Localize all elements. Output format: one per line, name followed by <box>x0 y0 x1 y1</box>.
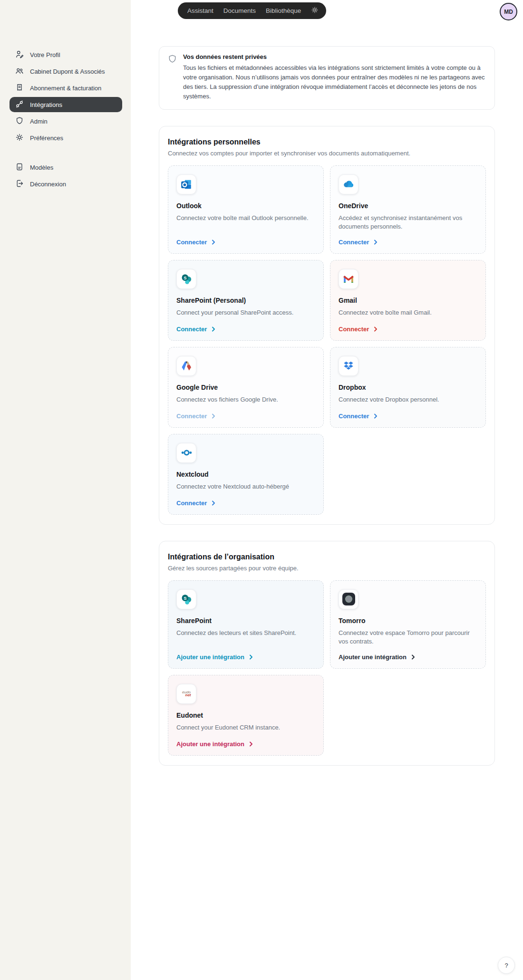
connect-link[interactable]: Connecter <box>339 239 477 246</box>
sidebar-item-label: Modèles <box>30 164 53 171</box>
card-sharepoint-org[interactable]: S SharePoint Connectez des lecteurs et s… <box>168 580 324 669</box>
section-personal-integrations: Intégrations personnelles Connectez vos … <box>159 126 495 525</box>
connect-link[interactable]: Connecter <box>176 413 315 420</box>
top-navigation-pill: Assistant Documents Bibliothèque <box>178 2 326 19</box>
logout-icon <box>15 179 24 189</box>
card-description: Connectez votre boîte mail Outlook perso… <box>176 214 315 223</box>
card-gmail[interactable]: Gmail Connectez votre boîte mail Gmail. … <box>330 260 486 341</box>
connect-link[interactable]: Connecter <box>176 326 315 333</box>
plug-icon <box>15 100 24 110</box>
card-description: Connect your personal SharePoint access. <box>176 308 315 317</box>
google-drive-icon <box>176 356 196 376</box>
personal-cards-grid: Outlook Connectez votre boîte mail Outlo… <box>168 165 486 515</box>
card-description: Connectez votre espace Tomorro pour parc… <box>339 629 477 647</box>
card-title: Nextcloud <box>176 471 315 478</box>
settings-gear-icon[interactable] <box>311 6 319 15</box>
chevron-right-icon <box>212 240 216 245</box>
sharepoint-icon: S <box>176 589 196 609</box>
card-description: Connectez des lecteurs et sites SharePoi… <box>176 629 315 638</box>
sidebar-item-cabinet[interactable]: Cabinet Dupont & Associés <box>10 64 122 79</box>
chevron-right-icon <box>374 240 378 245</box>
sidebar-item-preferences[interactable]: Préférences <box>10 130 122 145</box>
privacy-banner: Vos données restent privées Tous les fic… <box>159 46 495 110</box>
chevron-right-icon <box>249 654 253 660</box>
card-sharepoint-personal[interactable]: S SharePoint (Personal) Connect your per… <box>168 260 324 341</box>
card-description: Accédez et synchronisez instantanément v… <box>339 214 477 232</box>
sidebar-item-label: Préférences <box>30 135 63 142</box>
sidebar-item-label: Cabinet Dupont & Associés <box>30 68 105 75</box>
sidebar-item-integrations[interactable]: Intégrations <box>10 97 122 112</box>
add-integration-link[interactable]: Ajouter une intégration <box>176 653 315 661</box>
card-title: Eudonet <box>176 711 315 719</box>
users-icon <box>15 67 24 77</box>
tab-assistant[interactable]: Assistant <box>187 7 213 14</box>
tab-documents[interactable]: Documents <box>223 7 256 14</box>
sidebar-item-billing[interactable]: Abonnement & facturation <box>10 80 122 96</box>
sidebar: Votre Profil Cabinet Dupont & Associés A… <box>0 0 131 980</box>
gear-icon <box>15 133 24 143</box>
sidebar-item-label: Déconnexion <box>30 181 66 188</box>
card-title: Dropbox <box>339 384 477 391</box>
card-nextcloud[interactable]: Nextcloud Connectez votre Nextcloud auto… <box>168 434 324 515</box>
card-outlook[interactable]: Outlook Connectez votre boîte mail Outlo… <box>168 165 324 254</box>
sidebar-item-admin[interactable]: Admin <box>10 114 122 129</box>
card-title: Tomorro <box>339 617 477 625</box>
card-description: Connectez votre Nextcloud auto-hébergé <box>176 482 315 491</box>
eudonet-icon: eudonet <box>176 684 196 704</box>
onedrive-icon <box>339 174 358 194</box>
card-title: Google Drive <box>176 384 315 391</box>
chevron-right-icon <box>411 654 416 660</box>
sidebar-nav: Votre Profil Cabinet Dupont & Associés A… <box>0 0 131 192</box>
svg-text:S: S <box>184 596 186 600</box>
user-avatar[interactable]: MD <box>500 3 517 20</box>
sidebar-gap <box>0 147 131 158</box>
card-title: SharePoint (Personal) <box>176 297 315 304</box>
chevron-right-icon <box>212 327 216 332</box>
connect-link[interactable]: Connecter <box>339 326 477 333</box>
sidebar-item-label: Abonnement & facturation <box>30 85 101 92</box>
sidebar-item-models[interactable]: Modèles <box>10 160 122 175</box>
document-icon <box>15 163 24 173</box>
svg-text:S: S <box>184 275 186 280</box>
sidebar-item-label: Votre Profil <box>30 51 60 58</box>
sharepoint-icon: S <box>176 269 196 289</box>
add-integration-link[interactable]: Ajouter une intégration <box>339 653 477 661</box>
sidebar-item-label: Intégrations <box>30 101 62 108</box>
help-button[interactable]: ? <box>498 957 515 974</box>
privacy-body: Tous les fichiers et métadonnées accessi… <box>183 63 486 102</box>
card-eudonet[interactable]: eudonet Eudonet Connect your Eudonet CRM… <box>168 675 324 756</box>
chevron-right-icon <box>212 413 216 419</box>
chevron-right-icon <box>249 741 253 747</box>
card-description: Connectez votre Dropbox personnel. <box>339 395 477 404</box>
sidebar-item-logout[interactable]: Déconnexion <box>10 176 122 192</box>
avatar-initials: MD <box>504 9 513 15</box>
outlook-icon <box>176 174 196 194</box>
chevron-right-icon <box>212 500 216 506</box>
section-subtitle: Gérez les sources partagées pour votre é… <box>168 565 486 572</box>
main-area: Vos données restent privées Tous les fic… <box>131 0 523 980</box>
dropbox-icon <box>339 356 358 376</box>
chevron-right-icon <box>374 413 378 419</box>
card-title: Gmail <box>339 297 477 304</box>
connect-link[interactable]: Connecter <box>176 239 315 246</box>
card-tomorro[interactable]: Tomorro Connectez votre espace Tomorro p… <box>330 580 486 669</box>
card-title: OneDrive <box>339 202 477 210</box>
add-integration-link[interactable]: Ajouter une intégration <box>176 740 315 748</box>
privacy-title: Vos données restent privées <box>183 53 486 60</box>
nextcloud-icon <box>176 443 196 463</box>
card-onedrive[interactable]: OneDrive Accédez et synchronisez instant… <box>330 165 486 254</box>
card-description: Connectez vos fichiers Google Drive. <box>176 395 315 404</box>
card-dropbox[interactable]: Dropbox Connectez votre Dropbox personne… <box>330 347 486 428</box>
shield-outline-icon <box>168 54 177 102</box>
tab-bibliotheque[interactable]: Bibliothèque <box>266 7 301 14</box>
sidebar-item-profile[interactable]: Votre Profil <box>10 47 122 62</box>
card-title: SharePoint <box>176 617 315 625</box>
connect-link[interactable]: Connecter <box>339 413 477 420</box>
user-edit-icon <box>15 50 24 60</box>
tomorro-icon <box>339 589 358 609</box>
sidebar-item-label: Admin <box>30 118 48 125</box>
connect-link[interactable]: Connecter <box>176 500 315 507</box>
card-google-drive[interactable]: Google Drive Connectez vos fichiers Goog… <box>168 347 324 428</box>
receipt-icon <box>15 83 24 93</box>
grid-spacer <box>330 434 486 515</box>
